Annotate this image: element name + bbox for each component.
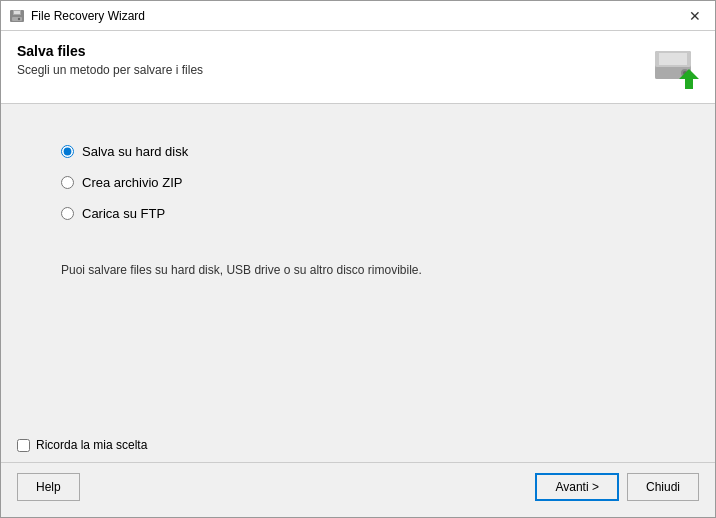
radio-text-opt-ftp: Carica su FTP	[82, 206, 165, 221]
title-bar: File Recovery Wizard ✕	[1, 1, 715, 31]
help-button[interactable]: Help	[17, 473, 80, 501]
right-buttons: Avanti > Chiudi	[535, 473, 699, 501]
close-button[interactable]: ✕	[683, 4, 707, 28]
info-text: Puoi salvare files su hard disk, USB dri…	[61, 261, 675, 279]
page-subtitle: Scegli un metodo per salvare i files	[17, 63, 203, 77]
remember-label[interactable]: Ricorda la mia scelta	[36, 438, 147, 452]
radio-opt-zip[interactable]	[61, 176, 74, 189]
svg-rect-2	[14, 11, 20, 14]
content-area: Salva su hard diskCrea archivio ZIPCaric…	[1, 104, 715, 428]
button-row: Help Avanti > Chiudi	[17, 463, 699, 501]
bottom-section: Ricorda la mia scelta Help Avanti > Chiu…	[1, 428, 715, 517]
chiudi-button[interactable]: Chiudi	[627, 473, 699, 501]
radio-opt-ftp[interactable]	[61, 207, 74, 220]
radio-text-opt-hdd: Salva su hard disk	[82, 144, 188, 159]
title-bar-left: File Recovery Wizard	[9, 8, 145, 24]
svg-rect-7	[659, 53, 687, 65]
radio-group: Salva su hard diskCrea archivio ZIPCaric…	[61, 144, 675, 221]
radio-label-opt-zip[interactable]: Crea archivio ZIP	[61, 175, 675, 190]
header-text: Salva files Scegli un metodo per salvare…	[17, 43, 203, 77]
radio-label-opt-ftp[interactable]: Carica su FTP	[61, 206, 675, 221]
title-text: File Recovery Wizard	[31, 9, 145, 23]
header-area: Salva files Scegli un metodo per salvare…	[1, 31, 715, 104]
title-icon	[9, 8, 25, 24]
remember-row: Ricorda la mia scelta	[17, 428, 699, 462]
svg-point-4	[18, 17, 20, 19]
next-button[interactable]: Avanti >	[535, 473, 618, 501]
app-window: File Recovery Wizard ✕ Salva files Scegl…	[0, 0, 716, 518]
page-title: Salva files	[17, 43, 203, 59]
radio-label-opt-hdd[interactable]: Salva su hard disk	[61, 144, 675, 159]
svg-rect-3	[12, 17, 22, 21]
remember-checkbox[interactable]	[17, 439, 30, 452]
header-icon	[651, 43, 699, 91]
radio-opt-hdd[interactable]	[61, 145, 74, 158]
radio-text-opt-zip: Crea archivio ZIP	[82, 175, 182, 190]
